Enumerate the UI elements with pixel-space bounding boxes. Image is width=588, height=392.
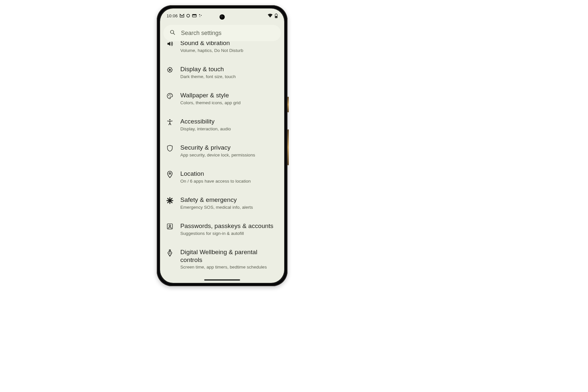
svg-point-0 (187, 14, 190, 17)
settings-item-subtitle: Dark theme, font size, touch (180, 74, 278, 80)
svg-point-16 (169, 172, 171, 174)
svg-point-9 (171, 30, 174, 34)
settings-item-subtitle: Volume, haptics, Do Not Disturb (180, 48, 278, 54)
search-input[interactable] (180, 29, 275, 37)
svg-point-14 (171, 95, 171, 95)
search-bar[interactable] (163, 25, 281, 41)
settings-item-passwords[interactable]: Passwords, passkeys & accounts Suggestio… (160, 216, 284, 242)
settings-item-subtitle: On / 6 apps have access to location (180, 178, 278, 184)
wifi-icon (268, 13, 273, 18)
screen: 10:06 (160, 8, 284, 283)
search-icon (169, 29, 176, 37)
volume-rocker[interactable] (287, 129, 289, 165)
settings-item-title: Location (180, 170, 278, 178)
gesture-nav-bar[interactable] (204, 279, 240, 281)
battery-icon (275, 13, 278, 18)
settings-item-location[interactable]: Location On / 6 apps have access to loca… (160, 164, 284, 190)
svg-point-5 (200, 16, 200, 17)
settings-item-title: Safety & emergency (180, 196, 278, 204)
settings-item-subtitle: App security, device lock, permissions (180, 152, 278, 158)
accessibility-icon (165, 118, 174, 126)
settings-item-title: Security & privacy (180, 144, 278, 152)
card-icon (192, 14, 197, 18)
settings-item-title: Accessibility (180, 118, 278, 125)
settings-item-sound[interactable]: Sound & vibration Volume, haptics, Do No… (160, 41, 284, 59)
brightness-icon (165, 65, 174, 74)
svg-point-3 (199, 14, 200, 15)
settings-item-safety[interactable]: Safety & emergency Emergency SOS, medica… (160, 190, 284, 216)
front-camera (220, 14, 225, 20)
account-icon (165, 222, 174, 230)
svg-point-19 (169, 250, 171, 251)
settings-item-subtitle: Suggestions for sign-in & autofill (180, 231, 278, 237)
settings-item-wallpaper[interactable]: Wallpaper & style Colors, themed icons, … (160, 86, 284, 112)
settings-item-title: Display & touch (180, 65, 278, 73)
gmail-icon (180, 14, 184, 18)
settings-item-title: Wallpaper & style (180, 91, 278, 99)
settings-item-title: Sound & vibration (180, 41, 278, 47)
settings-item-title: Digital Wellbeing & parental controls (180, 248, 278, 264)
wellbeing-icon (165, 248, 174, 257)
svg-rect-7 (276, 13, 277, 14)
svg-point-15 (169, 119, 171, 121)
settings-item-display[interactable]: Display & touch Dark theme, font size, t… (160, 59, 284, 86)
dots-icon (199, 14, 203, 18)
svg-rect-8 (275, 16, 277, 18)
svg-point-18 (169, 225, 171, 226)
phone-frame: 10:06 (157, 5, 287, 286)
settings-item-subtitle: Display, interaction, audio (180, 126, 278, 132)
settings-item-security[interactable]: Security & privacy App security, device … (160, 138, 284, 164)
settings-item-subtitle: Colors, themed icons, app grid (180, 100, 278, 106)
svg-line-10 (173, 33, 175, 35)
status-time: 10:06 (167, 13, 178, 18)
settings-item-accessibility[interactable]: Accessibility Display, interaction, audi… (160, 112, 284, 138)
settings-list[interactable]: Sound & vibration Volume, haptics, Do No… (160, 41, 284, 281)
location-icon (165, 170, 174, 178)
settings-item-subtitle: Screen time, app timers, bedtime schedul… (180, 264, 278, 270)
svg-point-11 (169, 69, 171, 71)
power-button[interactable] (287, 97, 289, 112)
settings-item-subtitle: Emergency SOS, medical info, alerts (180, 204, 278, 210)
settings-item-title: Passwords, passkeys & accounts (180, 222, 278, 230)
svg-point-12 (168, 95, 169, 96)
svg-point-4 (201, 15, 202, 16)
settings-item-wellbeing[interactable]: Digital Wellbeing & parental controls Sc… (160, 242, 284, 276)
circle-icon (186, 14, 190, 18)
svg-rect-2 (192, 14, 196, 15)
svg-point-13 (169, 94, 170, 95)
volume-icon (165, 41, 174, 47)
shield-icon (165, 144, 174, 152)
palette-icon (165, 91, 174, 100)
emergency-icon (165, 196, 174, 204)
